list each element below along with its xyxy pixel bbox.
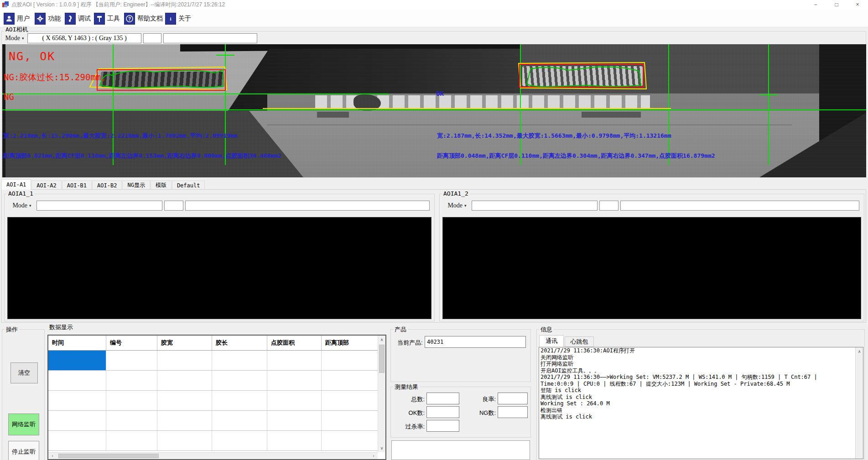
table-cell[interactable]: [212, 391, 267, 410]
tab-aoi-b2[interactable]: AOI-B2: [92, 181, 122, 190]
maximize-button[interactable]: □: [826, 0, 847, 9]
panel2-field-2[interactable]: [599, 201, 619, 211]
data-table: 时间 编号 胶宽 胶长 点胶面积 距离顶部: [47, 335, 386, 460]
ng-reason-text: NG:胶体过长:15.290mm,: [4, 72, 106, 83]
table-cell[interactable]: [48, 391, 106, 410]
table-cell[interactable]: [106, 391, 157, 410]
table-cell[interactable]: [106, 411, 157, 430]
log-line: 关闭网络监听: [539, 354, 863, 361]
tab-default[interactable]: Default: [172, 181, 205, 190]
table-cell[interactable]: [212, 371, 267, 390]
current-product-field[interactable]: 40231: [425, 336, 526, 348]
camera-mode-dropdown[interactable]: Mode ▾: [3, 33, 26, 43]
table-cell[interactable]: [267, 431, 322, 450]
camera-image[interactable]: NG, OK NG:胶体过长:15.290mm, NG OK 宽:2.218mm…: [2, 44, 866, 177]
tab-ng-display[interactable]: NG显示: [122, 181, 150, 190]
tab-heartbeat[interactable]: 心跳包: [565, 336, 594, 347]
column-header-id[interactable]: 编号: [106, 336, 157, 350]
toolbar-item-tools[interactable]: 工具: [94, 12, 120, 25]
scrollbar-thumb[interactable]: [58, 454, 159, 458]
camera-field-3[interactable]: [163, 33, 257, 43]
table-cell[interactable]: [212, 411, 267, 430]
overkill-field[interactable]: [426, 420, 459, 432]
panel1-field-3[interactable]: [185, 201, 430, 211]
column-header-top-distance[interactable]: 距离顶部: [322, 336, 378, 350]
table-cell[interactable]: [48, 411, 106, 430]
table-cell[interactable]: [322, 411, 378, 430]
table-cell[interactable]: [157, 391, 212, 410]
total-field[interactable]: [426, 393, 459, 404]
panel1-field-2[interactable]: [164, 201, 183, 211]
ng-count-label: NG数:: [467, 409, 496, 417]
column-header-time[interactable]: 时间: [48, 336, 106, 350]
table-cell[interactable]: [106, 371, 157, 390]
table-cell[interactable]: [212, 351, 267, 370]
panel1-mode-dropdown[interactable]: Mode ▾: [10, 201, 34, 211]
ng-count-field[interactable]: [498, 406, 528, 418]
table-cell[interactable]: [322, 431, 378, 450]
toolbar-item-about[interactable]: i 关于: [165, 12, 191, 25]
tab-aoi-a2[interactable]: AOI-A2: [31, 181, 61, 190]
table-cell[interactable]: [157, 371, 212, 390]
panel2-field-3[interactable]: [620, 201, 859, 211]
column-header-glue-width[interactable]: 胶宽: [157, 336, 212, 350]
table-cell-selected[interactable]: [48, 351, 106, 370]
panel2-field-1[interactable]: [472, 201, 598, 211]
table-cell[interactable]: [157, 431, 212, 450]
scroll-right-icon[interactable]: ›: [370, 453, 377, 459]
panel2-mode-dropdown[interactable]: Mode ▾: [445, 201, 469, 211]
camera-field-2[interactable]: [143, 33, 161, 43]
tab-template[interactable]: 模版: [151, 181, 172, 190]
scroll-left-icon[interactable]: ‹: [49, 453, 56, 459]
panel2-image[interactable]: [442, 217, 861, 319]
table-cell[interactable]: [267, 351, 322, 370]
minimize-button[interactable]: −: [805, 0, 826, 9]
panel-aoia1-2: AOIA1_2 Mode ▾: [439, 194, 864, 321]
toolbar-item-help[interactable]: ? 帮助文档: [124, 12, 163, 25]
log-box[interactable]: 2021/7/29 11:36:30:AOI程序打开 关闭网络监听 打开网络监听…: [539, 347, 863, 459]
toolbar-item-user[interactable]: 用户: [4, 12, 30, 25]
panel1-field-1[interactable]: [36, 201, 162, 211]
yield-field[interactable]: [498, 393, 528, 404]
table-row: [48, 351, 378, 371]
scroll-down-icon[interactable]: ∨: [378, 445, 385, 451]
table-cell[interactable]: [267, 391, 322, 410]
tab-aoi-b1[interactable]: AOI-B1: [62, 181, 92, 190]
toolbar-item-function[interactable]: 功能: [35, 12, 61, 25]
log-line: 离线测试 is click: [539, 413, 863, 420]
table-horizontal-scrollbar[interactable]: ‹ ›: [48, 452, 378, 459]
table-cell[interactable]: [157, 351, 212, 370]
panel-aoia1-1: AOIA1_1 Mode ▾: [4, 194, 435, 321]
column-header-glue-length[interactable]: 胶长: [212, 336, 267, 350]
scroll-up-icon[interactable]: ∧: [856, 348, 863, 355]
table-cell[interactable]: [157, 411, 212, 430]
ok-count-field[interactable]: [426, 406, 459, 418]
table-cell[interactable]: [322, 391, 378, 410]
table-cell[interactable]: [48, 371, 106, 390]
log-scrollbar[interactable]: ∧: [855, 347, 863, 459]
panel1-image[interactable]: [7, 217, 431, 319]
toolbar-item-label: 用户: [17, 15, 30, 23]
column-header-glue-area[interactable]: 点胶面积: [267, 336, 322, 350]
table-vertical-scrollbar[interactable]: ∧ ∨: [378, 336, 385, 452]
stop-listen-button[interactable]: 停止监听: [8, 441, 39, 460]
table-cell[interactable]: [267, 371, 322, 390]
table-cell[interactable]: [48, 431, 106, 450]
table-cell[interactable]: [106, 431, 157, 450]
table-cell[interactable]: [212, 431, 267, 450]
tab-aoi-a1[interactable]: AOI-A1: [1, 179, 31, 190]
toolbar-item-debug[interactable]: 调试: [65, 12, 91, 25]
camera-coords-field[interactable]: ( X 6568, Y 1463 ) : ( Gray 135 ): [27, 33, 141, 43]
clear-button[interactable]: 清空: [10, 362, 38, 383]
scrollbar-thumb[interactable]: [379, 345, 385, 373]
scroll-up-icon[interactable]: ∧: [378, 336, 385, 343]
measure-left-line1: 宽:2.218mm,长:15.290mm,最大胶宽:2.2218mm,最小:1.…: [3, 132, 238, 140]
table-cell[interactable]: [267, 411, 322, 430]
table-cell[interactable]: [322, 371, 378, 390]
table-cell[interactable]: [106, 351, 157, 370]
total-label: 总数:: [393, 395, 425, 403]
network-listen-button[interactable]: 网络监听: [8, 413, 39, 435]
table-cell[interactable]: [322, 351, 378, 370]
close-button[interactable]: ×: [847, 0, 868, 9]
tab-comm[interactable]: 通讯: [539, 335, 564, 347]
